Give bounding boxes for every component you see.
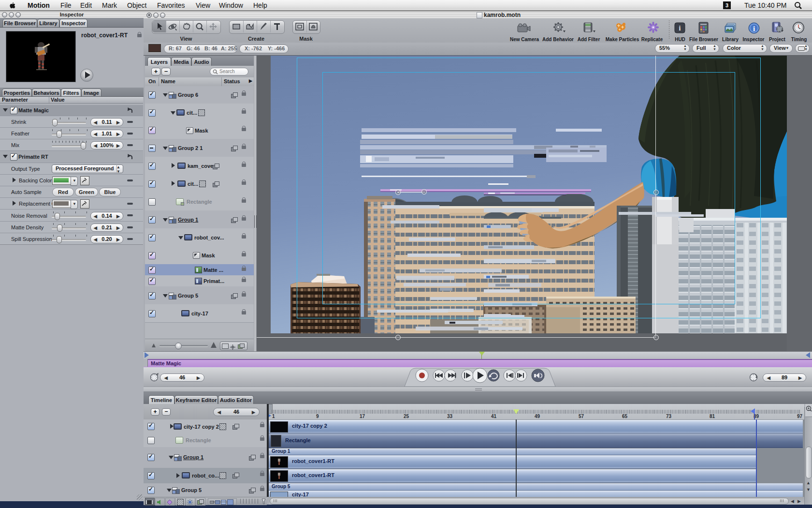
svg-text:i: i	[679, 25, 681, 32]
svg-text:i: i	[753, 25, 755, 32]
